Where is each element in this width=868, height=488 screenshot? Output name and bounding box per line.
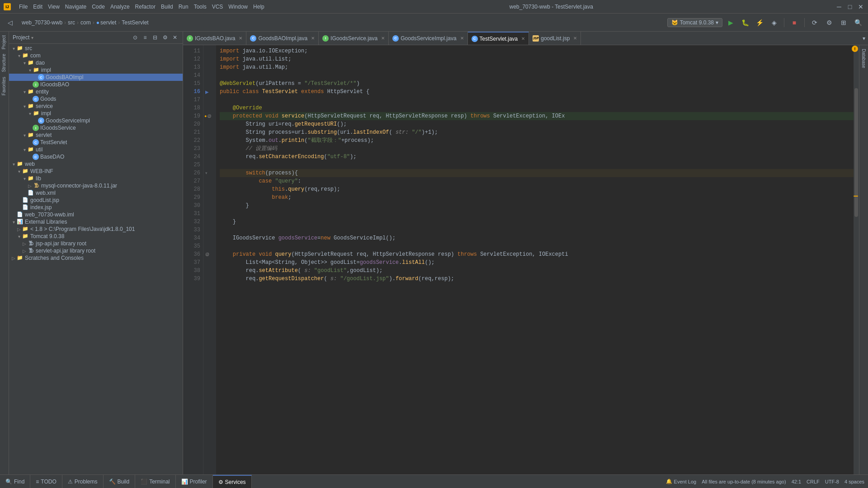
bread-src[interactable]: src — [68, 19, 75, 26]
tree-igoodsbao[interactable]: I IGoodsBAO — [9, 81, 183, 88]
sync-btn[interactable]: ⟳ — [808, 16, 821, 29]
menu-help[interactable]: Help — [250, 3, 267, 11]
menu-window[interactable]: Window — [226, 3, 250, 11]
stop-btn[interactable]: ■ — [788, 16, 801, 29]
tab-goodsserviceimpl[interactable]: C GoodsServiceImpl.java ✕ — [389, 32, 467, 45]
bottom-tab-services[interactable]: ⚙ Services — [213, 475, 252, 488]
tree-entity[interactable]: ▾ 📁 entity — [9, 88, 183, 95]
find-icon: 🔍 — [5, 479, 12, 485]
bread-com[interactable]: com — [80, 19, 91, 26]
layout-btn[interactable]: ⊞ — [837, 16, 850, 29]
tree-mysql-jar[interactable]: ▷ 🗜 mysql-connector-java-8.0.11.jar — [9, 182, 183, 189]
status-indent[interactable]: 4 spaces — [844, 479, 864, 484]
editor-scrollbar-thumb[interactable] — [854, 88, 858, 217]
tree-igoodsservice[interactable]: I IGoodsService — [9, 124, 183, 131]
coverage-btn[interactable]: ◈ — [768, 16, 780, 29]
close-btn[interactable]: ✕ — [857, 3, 864, 10]
tree-testservlet[interactable]: C TestServlet — [9, 139, 183, 146]
tree-webxml[interactable]: 📄 web.xml — [9, 189, 183, 197]
tree-goodsbaoimpl[interactable]: C GoodsBAOImpl — [9, 74, 183, 81]
favorites-sidebar-btn[interactable]: Favorites — [0, 75, 9, 97]
project-close-btn[interactable]: ✕ — [171, 33, 179, 42]
tree-src[interactable]: ▾ 📁 src — [9, 45, 183, 52]
tab-igoodsservice-close[interactable]: ✕ — [381, 36, 385, 41]
menu-edit[interactable]: Edit — [30, 3, 45, 11]
tomcat-selector[interactable]: 🐱 Tomcat 9.0.38 ▾ — [667, 18, 722, 27]
tree-goodlist-jsp[interactable]: 📄 goodList.jsp — [9, 197, 183, 204]
structure-sidebar-btn[interactable]: Structure — [0, 52, 9, 74]
tree-impl-dao[interactable]: ▾ 📁 impl — [9, 66, 183, 74]
settings-btn[interactable]: ⚙ — [823, 16, 835, 29]
tab-testservlet[interactable]: C TestServlet.java ✕ — [468, 32, 529, 45]
tree-tomcat[interactable]: ▾ 📁 Tomcat 9.0.38 — [9, 233, 183, 240]
tab-igoodsbao[interactable]: I IGoodsBAO.java ✕ — [183, 32, 246, 45]
project-settings-btn[interactable]: ⚙ — [161, 33, 169, 42]
run-btn[interactable]: ▶ — [724, 16, 737, 29]
status-crlf[interactable]: CRLF — [807, 479, 820, 484]
tree-goodsserviceimpl[interactable]: C GoodsServiceImpl — [9, 117, 183, 124]
bottom-tab-terminal[interactable]: ⬛ Terminal — [135, 475, 175, 488]
tab-goodsserviceimpl-close[interactable]: ✕ — [460, 36, 464, 41]
menu-view[interactable]: View — [45, 3, 62, 11]
bottom-tab-find[interactable]: 🔍 Find — [0, 475, 30, 488]
bread-servlet[interactable]: ● servlet — [96, 19, 117, 26]
project-locate-btn[interactable]: ⊙ — [131, 33, 139, 42]
tree-ext-libs[interactable]: ▾ 📊 External Libraries — [9, 218, 183, 225]
tab-goodsbaoimpl[interactable]: C GoodsBAOImpl.java ✕ — [246, 32, 319, 45]
tab-testservlet-close[interactable]: ✕ — [521, 36, 525, 41]
search-everywhere-btn[interactable]: 🔍 — [852, 16, 864, 29]
database-sidebar-btn[interactable]: Database — [860, 47, 867, 70]
tab-igoodsbao-close[interactable]: ✕ — [239, 36, 242, 41]
titlebar-left: IJ File Edit View Navigate Code Analyze … — [4, 3, 267, 11]
tree-jsp-api[interactable]: ▷ 🗜 jsp-api.jar library root — [9, 240, 183, 247]
bottom-tab-problems[interactable]: ⚠ Problems — [62, 475, 104, 488]
profile-btn[interactable]: ⚡ — [753, 16, 766, 29]
maximize-btn[interactable]: □ — [846, 3, 854, 10]
tree-web[interactable]: ▾ 📁 web — [9, 160, 183, 168]
code-content[interactable]: import java.io.IOException; import java.… — [216, 45, 854, 474]
menu-tools[interactable]: Tools — [191, 3, 209, 11]
tree-index-jsp[interactable]: 📄 index.jsp — [9, 204, 183, 211]
tree-lib[interactable]: ▾ 📁 lib — [9, 175, 183, 182]
tab-goodlist-jsp[interactable]: JSP goodList.jsp ✕ — [529, 32, 581, 45]
bottom-tab-build[interactable]: 🔨 Build — [104, 475, 136, 488]
menu-vcs[interactable]: VCS — [209, 3, 226, 11]
menu-code[interactable]: Code — [89, 3, 108, 11]
tab-goodlist-jsp-close[interactable]: ✕ — [573, 36, 577, 41]
tree-impl-service[interactable]: ▾ 📁 impl — [9, 110, 183, 117]
back-btn[interactable]: ◁ — [4, 16, 16, 29]
minimize-btn[interactable]: ─ — [835, 3, 843, 10]
status-encoding[interactable]: UTF-8 — [825, 479, 839, 484]
tree-jdk18[interactable]: ▷ 📁 < 1.8 > C:\Program Files\Java\jdk1.8… — [9, 225, 183, 233]
debug-btn[interactable]: 🐛 — [739, 16, 751, 29]
tree-util[interactable]: ▾ 📁 util — [9, 146, 183, 153]
tree-com[interactable]: ▾ 📁 com — [9, 52, 183, 59]
tree-iml[interactable]: 📄 web_70730-wwb.iml — [9, 211, 183, 218]
bread-project[interactable]: web_70730-wwb — [22, 19, 62, 26]
menu-run[interactable]: Run — [176, 3, 191, 11]
tree-servlet-api[interactable]: ▷ 🗜 servlet-api.jar library root — [9, 247, 183, 254]
status-message[interactable]: 🔔 Event Log — [666, 479, 697, 484]
menu-refactor[interactable]: Refactor — [132, 3, 158, 11]
bottom-tab-todo[interactable]: ≡ TODO — [30, 475, 62, 488]
tree-scratches[interactable]: ▷ 📁 Scratches and Consoles — [9, 254, 183, 262]
tab-igoodsservice[interactable]: I IGoodsService.java ✕ — [319, 32, 389, 45]
project-collapse-btn[interactable]: ⊟ — [151, 33, 159, 42]
menu-file[interactable]: File — [16, 3, 30, 11]
tree-goods[interactable]: C Goods — [9, 95, 183, 103]
bottom-tab-profiler[interactable]: 📊 Profiler — [176, 475, 213, 488]
tab-goodsbaoimpl-close[interactable]: ✕ — [311, 36, 315, 41]
project-sidebar-btn[interactable]: Project — [0, 33, 9, 51]
menu-navigate[interactable]: Navigate — [62, 3, 89, 11]
menu-build[interactable]: Build — [158, 3, 176, 11]
tree-servlet[interactable]: ▾ 📁 servlet — [9, 131, 183, 139]
project-expand-btn[interactable]: ≡ — [141, 33, 149, 42]
tree-dao[interactable]: ▾ 📁 dao — [9, 59, 183, 66]
tabs-overflow-btn[interactable]: ▾ — [860, 32, 868, 45]
tree-basedao[interactable]: C BaseDAO — [9, 153, 183, 160]
tree-webinf[interactable]: ▾ 📁 WEB-INF — [9, 168, 183, 175]
menu-analyze[interactable]: Analyze — [108, 3, 132, 11]
status-position[interactable]: 42:1 — [792, 479, 801, 484]
editor-scrollbar[interactable]: ! — [854, 45, 859, 474]
tree-service[interactable]: ▾ 📁 service — [9, 103, 183, 110]
